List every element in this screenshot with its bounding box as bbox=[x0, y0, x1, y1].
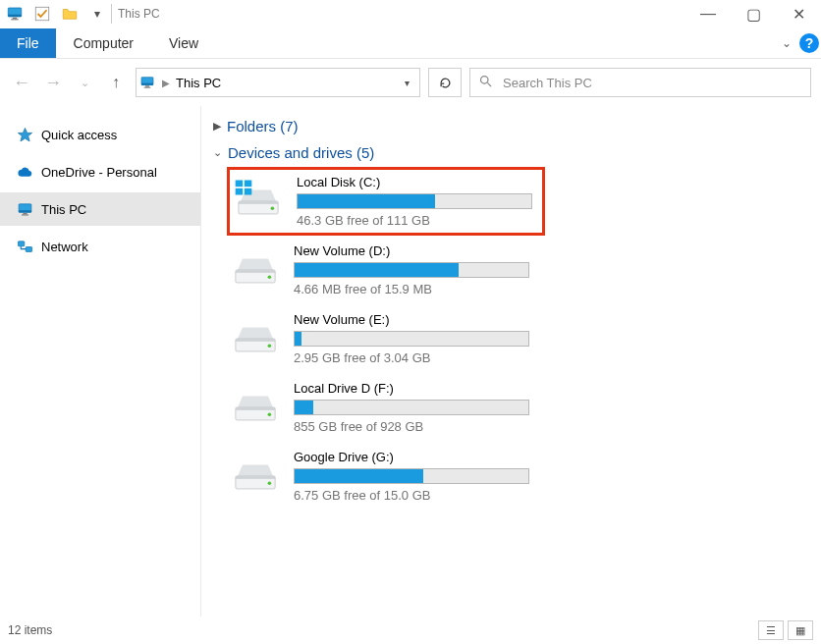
drive-item[interactable]: Google Drive (G:)6.75 GB free of 15.0 GB bbox=[227, 442, 545, 510]
minimize-button[interactable]: — bbox=[685, 0, 731, 27]
qat-pc-icon[interactable] bbox=[2, 2, 27, 26]
back-button[interactable]: ← bbox=[10, 73, 33, 93]
drive-usage-bar bbox=[297, 193, 532, 209]
qat-new-folder-icon[interactable] bbox=[57, 2, 82, 26]
drive-name: New Volume (D:) bbox=[294, 243, 541, 258]
search-box[interactable] bbox=[469, 68, 811, 97]
sidebar-item-label: OneDrive - Personal bbox=[41, 165, 157, 180]
status-items-count: 12 items bbox=[8, 623, 52, 637]
star-icon bbox=[16, 126, 33, 143]
address-dropdown-icon[interactable]: ▾ bbox=[394, 78, 419, 88]
pc-icon bbox=[16, 200, 33, 218]
drive-icon bbox=[231, 453, 280, 500]
network-icon bbox=[16, 238, 33, 255]
chevron-right-icon: ▶ bbox=[213, 120, 221, 133]
address-bar[interactable]: ▶ This PC ▾ bbox=[136, 68, 420, 97]
chevron-down-icon: ⌄ bbox=[213, 146, 222, 159]
qat-properties-icon[interactable] bbox=[29, 2, 55, 26]
maximize-button[interactable]: ▢ bbox=[731, 0, 776, 27]
up-button[interactable]: ↑ bbox=[104, 74, 128, 91]
content-pane: ▶ Folders (7) ⌄ Devices and drives (5) L… bbox=[201, 106, 821, 617]
ribbon-tab-computer[interactable]: Computer bbox=[56, 28, 151, 58]
drive-usage-bar bbox=[294, 400, 529, 415]
sidebar-item-label: Quick access bbox=[41, 128, 117, 142]
drive-name: Local Drive D (F:) bbox=[294, 381, 541, 396]
drive-name: New Volume (E:) bbox=[294, 312, 541, 327]
group-drives-header[interactable]: ⌄ Devices and drives (5) bbox=[213, 144, 817, 161]
address-location[interactable]: This PC bbox=[174, 76, 394, 90]
drive-icon bbox=[231, 246, 280, 294]
drive-icon bbox=[231, 384, 280, 431]
drive-info: New Volume (E:)2.95 GB free of 3.04 GB bbox=[294, 312, 541, 365]
drive-free-text: 6.75 GB free of 15.0 GB bbox=[294, 488, 541, 503]
refresh-button[interactable] bbox=[428, 68, 462, 97]
search-input[interactable] bbox=[503, 76, 802, 90]
sidebar-item-label: Network bbox=[41, 240, 88, 254]
window-title: This PC bbox=[118, 7, 160, 21]
drive-info: Local Drive D (F:)855 GB free of 928 GB bbox=[294, 381, 541, 434]
address-pc-icon bbox=[137, 75, 158, 90]
drive-free-text: 4.66 MB free of 15.9 MB bbox=[294, 282, 541, 296]
titlebar: ▾ This PC — ▢ ✕ bbox=[0, 0, 821, 27]
drive-icon bbox=[234, 178, 283, 225]
drive-name: Google Drive (G:) bbox=[294, 450, 541, 464]
search-icon bbox=[478, 74, 493, 91]
sidebar-item-quick-access[interactable]: Quick access bbox=[0, 118, 200, 151]
group-drives-label: Devices and drives (5) bbox=[228, 144, 374, 161]
view-details-button[interactable]: ☰ bbox=[758, 620, 784, 640]
drive-usage-bar bbox=[294, 468, 529, 484]
ribbon-tab-file[interactable]: File bbox=[0, 28, 56, 58]
drive-item[interactable]: New Volume (D:)4.66 MB free of 15.9 MB bbox=[227, 236, 545, 304]
group-folders-header[interactable]: ▶ Folders (7) bbox=[213, 118, 817, 134]
drive-item[interactable]: New Volume (E:)2.95 GB free of 3.04 GB bbox=[227, 304, 545, 373]
drive-free-text: 855 GB free of 928 GB bbox=[294, 419, 541, 434]
ribbon-expand-icon[interactable]: ⌄ bbox=[782, 36, 792, 50]
drive-free-text: 46.3 GB free of 111 GB bbox=[297, 213, 538, 228]
sidebar-item-label: This PC bbox=[41, 202, 86, 217]
sidebar: Quick accessOneDrive - PersonalThis PCNe… bbox=[0, 106, 201, 617]
sidebar-item-onedrive-personal[interactable]: OneDrive - Personal bbox=[0, 155, 200, 188]
close-button[interactable]: ✕ bbox=[776, 0, 821, 27]
drive-usage-bar bbox=[294, 262, 529, 278]
drive-info: Local Disk (C:)46.3 GB free of 111 GB bbox=[297, 175, 538, 228]
group-folders-label: Folders (7) bbox=[227, 118, 299, 134]
forward-button[interactable]: → bbox=[41, 73, 65, 93]
ribbon: File Computer View ⌄ ? bbox=[0, 27, 821, 59]
onedrive-icon bbox=[16, 163, 33, 181]
drive-info: New Volume (D:)4.66 MB free of 15.9 MB bbox=[294, 243, 541, 296]
drive-item[interactable]: Local Drive D (F:)855 GB free of 928 GB bbox=[227, 373, 545, 442]
status-bar: 12 items ☰ ▦ bbox=[0, 617, 821, 644]
ribbon-tab-view[interactable]: View bbox=[151, 28, 216, 58]
drive-free-text: 2.95 GB free of 3.04 GB bbox=[294, 350, 541, 365]
drive-usage-bar bbox=[294, 331, 529, 347]
view-large-icons-button[interactable]: ▦ bbox=[788, 620, 813, 640]
quick-access-toolbar: ▾ bbox=[2, 2, 110, 26]
sidebar-item-network[interactable]: Network bbox=[0, 230, 200, 263]
navigation-row: ← → ⌄ ↑ ▶ This PC ▾ bbox=[0, 59, 821, 106]
recent-locations-dropdown[interactable]: ⌄ bbox=[73, 77, 96, 89]
drive-item[interactable]: Local Disk (C:)46.3 GB free of 111 GB bbox=[227, 167, 545, 236]
chevron-right-icon[interactable]: ▶ bbox=[158, 78, 174, 88]
drive-info: Google Drive (G:)6.75 GB free of 15.0 GB bbox=[294, 450, 541, 503]
qat-customize-dropdown[interactable]: ▾ bbox=[84, 2, 110, 26]
help-icon[interactable]: ? bbox=[799, 33, 819, 53]
sidebar-item-this-pc[interactable]: This PC bbox=[0, 192, 200, 226]
drive-name: Local Disk (C:) bbox=[297, 175, 538, 189]
drive-icon bbox=[231, 315, 280, 362]
